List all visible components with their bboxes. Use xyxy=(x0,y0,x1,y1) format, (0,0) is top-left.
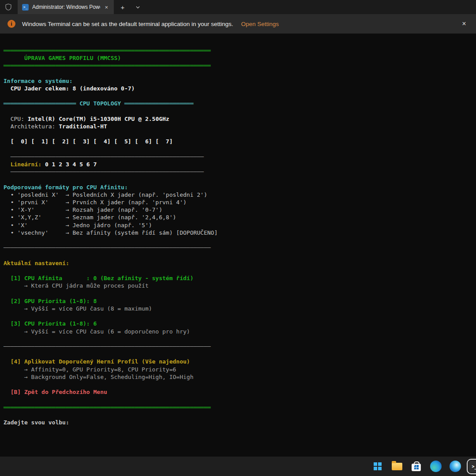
terminal-line xyxy=(4,335,476,343)
terminal-line: → Vyšší = více GPU času (8 = maximum) xyxy=(4,305,476,312)
terminal-line: [B] Zpět do Předchozího Menu xyxy=(4,388,476,396)
taskbar: >_ xyxy=(0,457,476,476)
terminal-line xyxy=(4,251,476,259)
terminal-line: CPU Jader celkem: 8 (indexováno 0-7) xyxy=(4,85,476,92)
windows-terminal-icon[interactable]: >_ xyxy=(468,460,476,473)
terminal-line: Aktuální nastavení: xyxy=(4,259,476,267)
terminal-line: Zadejte svou volbu: xyxy=(4,419,476,426)
tab-title: Administrator: Windows Powe xyxy=(32,4,100,10)
edge-browser-icon[interactable] xyxy=(429,460,442,473)
terminal-line: Informace o systému: xyxy=(4,77,476,85)
terminal-line: [3] CPU Priorita (1-8): 6 xyxy=(4,320,476,327)
terminal-line: ════════════════════════════════════════… xyxy=(4,62,476,69)
admin-shield-icon xyxy=(5,4,12,11)
terminal-output[interactable]: ════════════════════════════════════════… xyxy=(0,34,476,457)
title-bar: >_ Administrator: Windows Powe × + xyxy=(0,0,476,14)
microsoft-store-icon[interactable] xyxy=(409,460,423,473)
terminal-line: • 'X,Y,Z' → Seznam jader (např. '2,4,6,8… xyxy=(4,214,476,221)
terminal-line: ────────────────────────────────────────… xyxy=(4,244,476,251)
terminal-line xyxy=(4,350,476,358)
default-terminal-banner: i Windows Terminal can be set as the def… xyxy=(0,14,476,34)
terminal-line xyxy=(4,312,476,320)
terminal-line: • 'X-Y' → Rozsah jader (např. '0-7') xyxy=(4,206,476,214)
terminal-line: CPU: Intel(R) Core(TM) i5-10300H CPU @ 2… xyxy=(4,115,476,123)
terminal-line: ────────────────────────────────────────… xyxy=(4,168,476,176)
browser-icon[interactable] xyxy=(448,460,462,473)
terminal-line: Lineární: 0 1 2 3 4 5 6 7 xyxy=(4,161,476,168)
terminal-tab[interactable]: >_ Administrator: Windows Powe × xyxy=(18,0,114,14)
terminal-line: → Vyšší = více CPU času (6 = doporučeno … xyxy=(4,328,476,335)
terminal-line xyxy=(4,381,476,388)
new-tab-button[interactable]: + xyxy=(116,1,129,13)
terminal-line: [4] Aplikovat Doporučený Herní Profil (V… xyxy=(4,358,476,365)
terminal-line: • 'X' → Jedno jádro (např. '5') xyxy=(4,221,476,229)
terminal-line xyxy=(4,236,476,244)
terminal-line: ÚPRAVA GAMES PROFILU (MMCSS) xyxy=(4,54,476,62)
terminal-line xyxy=(4,290,476,297)
banner-close-icon[interactable]: × xyxy=(459,19,469,29)
terminal-line: ────────────────────────────────────────… xyxy=(4,153,476,161)
terminal-line: ════════════════════════════════════════… xyxy=(4,47,476,54)
terminal-line: [ 0] [ 1] [ 2] [ 3] [ 4] [ 5] [ 6] [ 7] xyxy=(4,138,476,145)
info-icon: i xyxy=(7,20,15,28)
terminal-line: → Background Only=False, Scheduling=High… xyxy=(4,373,476,381)
taskbar-icons: >_ xyxy=(371,460,476,473)
terminal-line: • 'posledni X' → Posledních X jader (nap… xyxy=(4,191,476,199)
terminal-line: • 'prvni X' → Prvních X jader (např. 'pr… xyxy=(4,199,476,206)
terminal-line: Podporované formáty pro CPU Afinitu: xyxy=(4,184,476,191)
terminal-line xyxy=(4,92,476,100)
terminal-line: [1] CPU Afinita : 0 (Bez afinity - systé… xyxy=(4,274,476,282)
terminal-line: → Affinity=0, GPU Priority=8, CPU Priori… xyxy=(4,366,476,373)
terminal-line xyxy=(4,146,476,153)
file-explorer-icon[interactable] xyxy=(390,460,404,473)
banner-message: Windows Terminal can be set as the defau… xyxy=(22,21,233,27)
terminal-line xyxy=(4,396,476,403)
tab-dropdown-button[interactable] xyxy=(131,1,144,13)
start-button-icon[interactable] xyxy=(371,460,384,473)
terminal-line: ═════════════════════ CPU TOPOLOGY ═════… xyxy=(4,100,476,107)
terminal-line: → Která CPU jádra může proces použít xyxy=(4,282,476,289)
terminal-line: ────────────────────────────────────────… xyxy=(4,343,476,350)
terminal-line: Architektura: Traditional-HT xyxy=(4,123,476,130)
terminal-line: • 'vsechny' → Bez afinity (systém řídí s… xyxy=(4,229,476,236)
terminal-line xyxy=(4,411,476,419)
chevron-down-icon xyxy=(136,5,140,9)
terminal-line xyxy=(4,108,476,115)
terminal-line xyxy=(4,70,476,77)
terminal-line xyxy=(4,267,476,274)
tab-close-icon[interactable]: × xyxy=(103,3,110,11)
open-settings-link[interactable]: Open Settings xyxy=(241,21,279,27)
terminal-line xyxy=(4,130,476,138)
terminal-line xyxy=(4,176,476,183)
powershell-icon: >_ xyxy=(22,4,29,11)
terminal-line: ════════════════════════════════════════… xyxy=(4,404,476,411)
terminal-line: [2] GPU Priorita (1-8): 8 xyxy=(4,297,476,305)
